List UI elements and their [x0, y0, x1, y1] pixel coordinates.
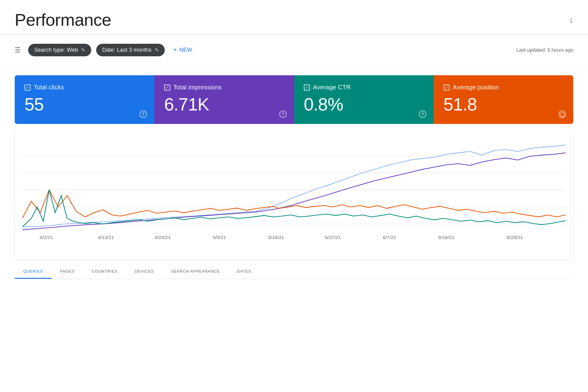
tab-queries[interactable]: QUERIES	[15, 265, 51, 279]
chart-area: 4/2/21 4/13/21 4/24/21 5/5/21 5/16/21 5/…	[15, 131, 573, 260]
tab-pages[interactable]: PAGES	[51, 265, 83, 279]
page-wrapper: Performance ↓ ☰ Search type: Web ✎ Date:…	[0, 0, 588, 392]
svg-text:5/5/21: 5/5/21	[213, 235, 226, 240]
metric-checkbox-ctr[interactable]: ✓	[304, 84, 310, 91]
svg-text:6/18/21: 6/18/21	[438, 235, 454, 240]
date-edit-icon: ✎	[155, 47, 159, 53]
page-title: Performance	[15, 10, 111, 30]
new-label: NEW	[179, 47, 192, 53]
metric-card-position[interactable]: ✓ Average position 51.8 ◯	[434, 75, 573, 124]
performance-chart: 4/2/21 4/13/21 4/24/21 5/5/21 5/16/21 5/…	[22, 139, 566, 241]
tab-countries[interactable]: COUNTRIES	[83, 265, 126, 279]
date-filter-button[interactable]: Date: Last 3 months ✎	[96, 44, 165, 56]
metric-checkbox-position[interactable]: ✓	[443, 84, 450, 91]
plus-icon: +	[173, 47, 177, 54]
svg-text:4/24/21: 4/24/21	[155, 235, 171, 240]
metric-label-clicks: Total clicks	[34, 84, 64, 91]
svg-text:6/29/21: 6/29/21	[507, 235, 523, 240]
metric-info-clicks[interactable]: ?	[140, 110, 147, 118]
metric-checkbox-clicks[interactable]: ✓	[24, 84, 31, 91]
metric-label-row-position: ✓ Average position	[443, 84, 564, 91]
metric-card-ctr[interactable]: ✓ Average CTR 0.8% ?	[294, 75, 434, 124]
tab-devices[interactable]: DEVICES	[126, 265, 163, 279]
metric-value-ctr: 0.8%	[304, 95, 424, 114]
tab-dates[interactable]: DATES	[228, 265, 260, 279]
header: Performance ↓	[0, 0, 588, 35]
metric-info-ctr[interactable]: ?	[419, 110, 426, 118]
svg-text:6/7/21: 6/7/21	[383, 235, 396, 240]
metric-label-row-impressions: ✓ Total impressions	[164, 84, 284, 91]
svg-text:4/13/21: 4/13/21	[98, 235, 114, 240]
svg-text:5/27/21: 5/27/21	[325, 235, 341, 240]
toolbar: ☰ Search type: Web ✎ Date: Last 3 months…	[0, 35, 588, 65]
metric-label-row-clicks: ✓ Total clicks	[24, 84, 145, 91]
metric-label-impressions: Total impressions	[173, 84, 222, 91]
metric-label-ctr: Average CTR	[313, 84, 351, 91]
metric-value-impressions: 6.71K	[164, 95, 284, 114]
tab-search-appearance[interactable]: SEARCH APPEARANCE	[162, 265, 228, 279]
metric-label-row-ctr: ✓ Average CTR	[304, 84, 424, 91]
svg-text:5/16/21: 5/16/21	[268, 235, 284, 240]
metric-label-position: Average position	[453, 84, 499, 91]
metrics-row: ✓ Total clicks 55 ? ✓ Total impressions …	[15, 75, 573, 124]
search-type-edit-icon: ✎	[81, 47, 85, 53]
bottom-tabs: QUERIES PAGES COUNTRIES DEVICES SEARCH A…	[15, 265, 573, 279]
search-type-label: Search type: Web	[34, 47, 78, 53]
metric-value-clicks: 55	[24, 95, 145, 114]
metric-card-impressions[interactable]: ✓ Total impressions 6.71K ?	[154, 75, 294, 124]
metric-checkbox-impressions[interactable]: ✓	[164, 84, 170, 91]
filter-icon[interactable]: ☰	[15, 46, 21, 54]
svg-text:4/2/21: 4/2/21	[40, 235, 53, 240]
search-type-button[interactable]: Search type: Web ✎	[28, 44, 91, 56]
date-filter-label: Date: Last 3 months	[102, 47, 152, 53]
metric-info-position[interactable]: ◯	[559, 110, 566, 118]
metric-value-position: 51.8	[443, 95, 564, 114]
new-button[interactable]: + NEW	[170, 43, 196, 57]
metric-card-clicks[interactable]: ✓ Total clicks 55 ?	[15, 75, 154, 124]
metric-info-impressions[interactable]: ?	[279, 110, 287, 118]
header-right: ↓	[569, 15, 573, 25]
download-icon[interactable]: ↓	[569, 15, 573, 25]
last-updated-text: Last updated: 5 hours ago	[516, 47, 573, 53]
